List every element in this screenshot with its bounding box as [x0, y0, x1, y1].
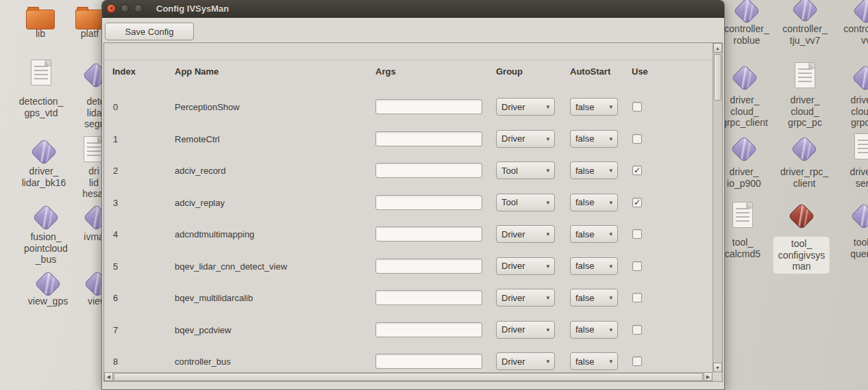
group-value: Tool	[501, 166, 518, 176]
args-input[interactable]	[375, 226, 482, 242]
chevron-down-icon: ▾	[543, 326, 549, 333]
app-name: RemoteCtrl	[175, 133, 220, 144]
group-select[interactable]: Driver ▾	[496, 321, 555, 339]
use-checkbox[interactable]	[632, 293, 642, 302]
args-input[interactable]	[375, 195, 482, 210]
scroll-left-button[interactable]: ◀	[104, 372, 113, 381]
autostart-select[interactable]: false ▾	[570, 321, 618, 339]
group-select[interactable]: Tool ▾	[496, 161, 555, 179]
scroll-right-button[interactable]: ▶	[704, 372, 712, 381]
args-input[interactable]	[375, 354, 482, 369]
window-titlebar[interactable]: × Config IVSysMan	[102, 0, 724, 18]
diamond-app-icon	[730, 135, 758, 163]
args-input[interactable]	[375, 290, 482, 305]
app-name: bqev_multilidarcalib	[175, 293, 253, 303]
table-row: 7 bqev_pcdview Driver ▾ false ▾	[104, 314, 712, 346]
label-line: controller_	[825, 23, 868, 35]
use-checkbox[interactable]	[632, 134, 642, 144]
use-checkbox[interactable]: ✓	[632, 166, 642, 175]
label-line: driver_	[824, 94, 868, 106]
autostart-value: false	[575, 229, 594, 239]
minimize-button[interactable]	[121, 4, 129, 13]
autostart-select[interactable]: false ▾	[570, 257, 618, 275]
use-checkbox[interactable]	[632, 325, 642, 335]
group-value: Driver	[501, 293, 525, 303]
group-value: Tool	[501, 197, 518, 207]
autostart-value: false	[575, 261, 594, 271]
document-icon	[854, 133, 868, 159]
chevron-down-icon: ▾	[606, 199, 612, 206]
vertical-scrollbar[interactable]: ▲ ▼	[712, 43, 722, 372]
args-input[interactable]	[375, 131, 482, 146]
chevron-down-icon: ▾	[606, 231, 612, 237]
scroll-down-button[interactable]: ▼	[713, 363, 722, 372]
group-select[interactable]: Driver ▾	[496, 257, 555, 275]
group-select[interactable]: Driver ▾	[496, 130, 555, 148]
table-row: 3 adciv_replay Tool ▾ false ▾ ✓	[104, 187, 712, 219]
col-header-app-name: App Name	[175, 66, 219, 77]
use-checkbox[interactable]	[632, 229, 642, 239]
autostart-select[interactable]: false ▾	[570, 130, 618, 148]
autostart-select[interactable]: false ▾	[570, 225, 618, 243]
desktop-icon-label: driver_ serv	[823, 166, 868, 189]
group-select[interactable]: Driver ▾	[496, 225, 555, 243]
autostart-select[interactable]: false ▾	[570, 161, 618, 179]
autostart-select[interactable]: false ▾	[570, 289, 618, 307]
chevron-down-icon: ▾	[543, 231, 549, 237]
scroll-up-button[interactable]: ▲	[713, 43, 722, 53]
group-select[interactable]: Driver ▾	[496, 352, 555, 370]
diamond-app-icon	[852, 64, 868, 92]
desktop-icon-label: controller_ vv	[825, 23, 868, 46]
label-line: grpc_s	[824, 117, 868, 129]
group-select[interactable]: Driver ▾	[496, 98, 555, 116]
desktop-icon[interactable]: tool_ queryr	[823, 200, 868, 230]
use-checkbox[interactable]	[632, 261, 642, 271]
autostart-value: false	[575, 293, 594, 303]
diamond-app-icon	[791, 0, 819, 23]
args-input[interactable]	[375, 259, 482, 274]
use-checkbox[interactable]: ✓	[632, 198, 642, 207]
table-row: 6 bqev_multilidarcalib Driver ▾ false ▾	[104, 282, 712, 314]
autostart-select[interactable]: false ▾	[570, 98, 618, 116]
autostart-select[interactable]: false ▾	[570, 194, 618, 211]
autostart-select[interactable]: false ▾	[570, 352, 618, 370]
use-checkbox[interactable]	[632, 102, 642, 112]
app-name: controller_bus	[175, 356, 231, 367]
desktop-icon[interactable]: driver_ cloud_ grpc_s	[824, 62, 868, 92]
label-line: tool_	[823, 237, 868, 248]
label-line: tool_	[778, 238, 825, 250]
row-index: 5	[113, 261, 118, 271]
app-name: adciv_replay	[175, 197, 225, 207]
desktop-icon-label: driver_ cloud_ grpc_s	[824, 94, 868, 129]
document-icon	[732, 202, 753, 228]
icon-glyph-wrap	[823, 131, 868, 161]
horizontal-scrollbar[interactable]: ◀ ▶	[104, 372, 712, 381]
vertical-scroll-thumb[interactable]	[714, 54, 721, 101]
group-select[interactable]: Driver ▾	[496, 289, 555, 307]
chevron-down-icon: ▾	[543, 135, 549, 142]
close-button[interactable]: ×	[107, 4, 116, 13]
table-row: 2 adciv_record Tool ▾ false ▾ ✓	[104, 155, 712, 187]
maximize-button[interactable]	[134, 4, 143, 13]
chevron-down-icon: ▾	[543, 199, 549, 206]
chevron-down-icon: ▾	[606, 326, 612, 333]
chevron-down-icon: ▾	[606, 103, 612, 110]
args-input[interactable]	[375, 163, 482, 178]
args-input[interactable]	[375, 99, 482, 114]
chevron-down-icon: ▾	[543, 358, 549, 365]
config-ivsysman-window: × Config IVSysMan Save Config Index App …	[101, 0, 725, 390]
row-index: 0	[113, 102, 118, 112]
horizontal-scroll-thumb[interactable]	[114, 373, 703, 381]
use-checkbox[interactable]	[632, 356, 642, 366]
row-index: 1	[113, 133, 118, 144]
app-name: adcndtmultimapping	[175, 229, 254, 239]
icon-glyph-wrap	[825, 0, 868, 25]
desktop-icon[interactable]: driver_ serv	[823, 131, 868, 161]
args-input[interactable]	[375, 322, 482, 337]
group-select[interactable]: Tool ▾	[496, 194, 555, 211]
save-config-button[interactable]: Save Config	[105, 23, 194, 40]
label-line: cloud_	[824, 106, 868, 118]
scrollbar-corner	[712, 372, 722, 381]
label-line: configivsys	[778, 250, 825, 261]
desktop-icon[interactable]: controller_ vv	[825, 0, 868, 25]
